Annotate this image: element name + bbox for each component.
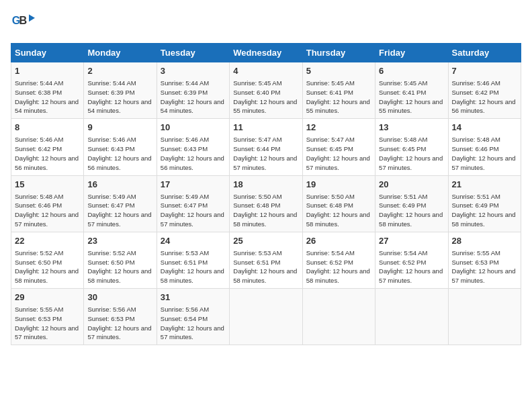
day-number: 27 <box>379 235 444 247</box>
weekday-header: Tuesday <box>157 44 229 62</box>
day-number: 26 <box>306 235 371 247</box>
day-info: Sunrise: 5:52 AM Sunset: 6:50 PM Dayligh… <box>15 248 80 285</box>
day-info: Sunrise: 5:53 AM Sunset: 6:51 PM Dayligh… <box>233 248 298 285</box>
calendar-cell: 18Sunrise: 5:50 AM Sunset: 6:48 PM Dayli… <box>230 175 302 232</box>
calendar-cell: 4Sunrise: 5:45 AM Sunset: 6:40 PM Daylig… <box>230 62 302 119</box>
day-info: Sunrise: 5:50 AM Sunset: 6:48 PM Dayligh… <box>233 192 298 229</box>
day-info: Sunrise: 5:44 AM Sunset: 6:38 PM Dayligh… <box>15 79 80 116</box>
day-number: 12 <box>306 122 371 134</box>
day-number: 1 <box>15 65 80 77</box>
day-info: Sunrise: 5:48 AM Sunset: 6:46 PM Dayligh… <box>15 192 80 229</box>
day-info: Sunrise: 5:47 AM Sunset: 6:45 PM Dayligh… <box>306 135 371 172</box>
calendar-cell <box>302 289 375 345</box>
calendar-week: 8Sunrise: 5:46 AM Sunset: 6:42 PM Daylig… <box>11 119 521 175</box>
day-number: 18 <box>233 179 298 191</box>
calendar-week: 1Sunrise: 5:44 AM Sunset: 6:38 PM Daylig… <box>11 62 521 119</box>
day-number: 25 <box>233 235 298 247</box>
logo: G B <box>11 11 38 35</box>
calendar-cell: 11Sunrise: 5:47 AM Sunset: 6:44 PM Dayli… <box>230 119 302 175</box>
calendar-cell: 16Sunrise: 5:49 AM Sunset: 6:47 PM Dayli… <box>84 175 157 232</box>
day-info: Sunrise: 5:46 AM Sunset: 6:42 PM Dayligh… <box>15 135 80 172</box>
day-info: Sunrise: 5:53 AM Sunset: 6:51 PM Dayligh… <box>161 248 226 285</box>
day-info: Sunrise: 5:48 AM Sunset: 6:46 PM Dayligh… <box>452 135 517 172</box>
day-info: Sunrise: 5:46 AM Sunset: 6:43 PM Dayligh… <box>87 135 152 172</box>
day-number: 22 <box>15 235 80 247</box>
calendar-cell: 6Sunrise: 5:45 AM Sunset: 6:41 PM Daylig… <box>375 62 448 119</box>
day-number: 14 <box>452 122 517 134</box>
day-info: Sunrise: 5:54 AM Sunset: 6:52 PM Dayligh… <box>306 248 371 285</box>
day-number: 10 <box>161 122 226 134</box>
day-number: 8 <box>15 122 80 134</box>
day-number: 7 <box>452 65 517 77</box>
calendar-cell: 9Sunrise: 5:46 AM Sunset: 6:43 PM Daylig… <box>84 119 157 175</box>
calendar-cell <box>375 289 448 345</box>
day-info: Sunrise: 5:44 AM Sunset: 6:39 PM Dayligh… <box>87 79 152 116</box>
day-info: Sunrise: 5:46 AM Sunset: 6:43 PM Dayligh… <box>161 135 226 172</box>
page-header: G B <box>11 11 521 35</box>
day-number: 2 <box>87 65 152 77</box>
weekday-header: Sunday <box>11 44 84 62</box>
day-info: Sunrise: 5:52 AM Sunset: 6:50 PM Dayligh… <box>87 248 152 285</box>
day-number: 29 <box>15 291 80 304</box>
calendar-cell: 14Sunrise: 5:48 AM Sunset: 6:46 PM Dayli… <box>448 119 521 175</box>
day-number: 17 <box>161 179 226 191</box>
calendar-cell: 22Sunrise: 5:52 AM Sunset: 6:50 PM Dayli… <box>11 232 84 288</box>
day-number: 11 <box>233 122 298 134</box>
logo-icon: G B <box>11 11 35 35</box>
weekday-header: Wednesday <box>230 44 302 62</box>
day-number: 28 <box>452 235 517 247</box>
svg-marker-2 <box>29 14 35 21</box>
day-info: Sunrise: 5:51 AM Sunset: 6:49 PM Dayligh… <box>379 192 444 229</box>
calendar-cell: 23Sunrise: 5:52 AM Sunset: 6:50 PM Dayli… <box>84 232 157 288</box>
day-number: 5 <box>306 65 371 77</box>
day-info: Sunrise: 5:51 AM Sunset: 6:49 PM Dayligh… <box>452 192 517 229</box>
weekday-header: Thursday <box>302 44 375 62</box>
day-number: 15 <box>15 179 80 191</box>
day-number: 19 <box>306 179 371 191</box>
weekday-header: Saturday <box>448 44 521 62</box>
day-info: Sunrise: 5:49 AM Sunset: 6:47 PM Dayligh… <box>161 192 226 229</box>
calendar-cell: 17Sunrise: 5:49 AM Sunset: 6:47 PM Dayli… <box>157 175 229 232</box>
day-info: Sunrise: 5:45 AM Sunset: 6:40 PM Dayligh… <box>233 79 298 116</box>
calendar-cell: 2Sunrise: 5:44 AM Sunset: 6:39 PM Daylig… <box>84 62 157 119</box>
calendar-cell: 26Sunrise: 5:54 AM Sunset: 6:52 PM Dayli… <box>302 232 375 288</box>
day-number: 3 <box>161 65 226 77</box>
calendar-cell: 13Sunrise: 5:48 AM Sunset: 6:45 PM Dayli… <box>375 119 448 175</box>
calendar-cell: 7Sunrise: 5:46 AM Sunset: 6:42 PM Daylig… <box>448 62 521 119</box>
calendar-cell: 30Sunrise: 5:56 AM Sunset: 6:53 PM Dayli… <box>84 289 157 345</box>
day-number: 9 <box>87 122 152 134</box>
calendar-cell: 27Sunrise: 5:54 AM Sunset: 6:52 PM Dayli… <box>375 232 448 288</box>
day-info: Sunrise: 5:54 AM Sunset: 6:52 PM Dayligh… <box>379 248 444 285</box>
calendar-week: 29Sunrise: 5:55 AM Sunset: 6:53 PM Dayli… <box>11 289 521 345</box>
day-info: Sunrise: 5:46 AM Sunset: 6:42 PM Dayligh… <box>452 79 517 116</box>
calendar-cell: 1Sunrise: 5:44 AM Sunset: 6:38 PM Daylig… <box>11 62 84 119</box>
calendar-cell: 29Sunrise: 5:55 AM Sunset: 6:53 PM Dayli… <box>11 289 84 345</box>
day-info: Sunrise: 5:50 AM Sunset: 6:48 PM Dayligh… <box>306 192 371 229</box>
day-number: 16 <box>87 179 152 191</box>
calendar-cell: 15Sunrise: 5:48 AM Sunset: 6:46 PM Dayli… <box>11 175 84 232</box>
day-info: Sunrise: 5:44 AM Sunset: 6:39 PM Dayligh… <box>161 79 226 116</box>
calendar-cell <box>230 289 302 345</box>
day-info: Sunrise: 5:56 AM Sunset: 6:53 PM Dayligh… <box>87 305 152 342</box>
calendar-cell: 31Sunrise: 5:56 AM Sunset: 6:54 PM Dayli… <box>157 289 229 345</box>
svg-text:B: B <box>19 14 28 26</box>
calendar-cell: 28Sunrise: 5:55 AM Sunset: 6:53 PM Dayli… <box>448 232 521 288</box>
day-info: Sunrise: 5:45 AM Sunset: 6:41 PM Dayligh… <box>306 79 371 116</box>
calendar-table: SundayMondayTuesdayWednesdayThursdayFrid… <box>11 43 521 345</box>
calendar-cell: 8Sunrise: 5:46 AM Sunset: 6:42 PM Daylig… <box>11 119 84 175</box>
calendar-week: 22Sunrise: 5:52 AM Sunset: 6:50 PM Dayli… <box>11 232 521 288</box>
day-number: 21 <box>452 179 517 191</box>
day-number: 4 <box>233 65 298 77</box>
calendar-week: 15Sunrise: 5:48 AM Sunset: 6:46 PM Dayli… <box>11 175 521 232</box>
day-info: Sunrise: 5:56 AM Sunset: 6:54 PM Dayligh… <box>161 305 226 342</box>
day-number: 6 <box>379 65 444 77</box>
header-row: SundayMondayTuesdayWednesdayThursdayFrid… <box>11 44 521 62</box>
calendar-cell: 19Sunrise: 5:50 AM Sunset: 6:48 PM Dayli… <box>302 175 375 232</box>
day-number: 20 <box>379 179 444 191</box>
calendar-cell <box>448 289 521 345</box>
day-info: Sunrise: 5:55 AM Sunset: 6:53 PM Dayligh… <box>15 305 80 342</box>
day-number: 30 <box>87 291 152 304</box>
weekday-header: Friday <box>375 44 448 62</box>
day-info: Sunrise: 5:47 AM Sunset: 6:44 PM Dayligh… <box>233 135 298 172</box>
day-info: Sunrise: 5:45 AM Sunset: 6:41 PM Dayligh… <box>379 79 444 116</box>
